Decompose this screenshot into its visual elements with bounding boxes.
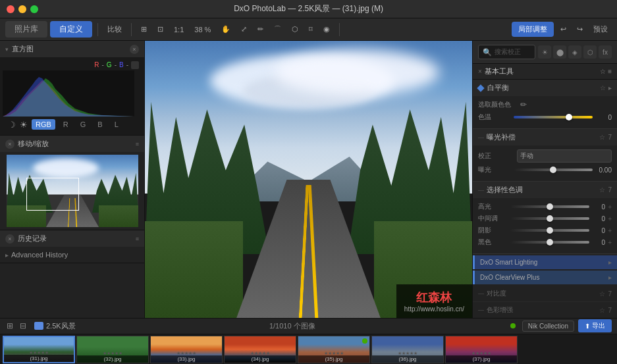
- tab-library[interactable]: 照片库: [5, 21, 47, 38]
- filmstrip-folder-button[interactable]: 2.5K风景: [32, 320, 78, 332]
- midtone-thumb[interactable]: [547, 215, 553, 222]
- midtone-plus[interactable]: +: [608, 215, 612, 222]
- straighten-button[interactable]: ⤢: [237, 23, 251, 36]
- histogram-close-button[interactable]: ×: [130, 45, 139, 54]
- local-adjust-button[interactable]: 局部调整: [512, 22, 554, 37]
- tab-customize[interactable]: 自定义: [50, 21, 92, 38]
- fx-icon[interactable]: fx: [599, 45, 612, 59]
- geometry-icon[interactable]: ⬡: [583, 45, 597, 59]
- crop-button[interactable]: ⊡: [153, 23, 167, 36]
- eyedropper-icon[interactable]: ✏: [520, 100, 527, 109]
- detail-icon[interactable]: ◈: [568, 45, 581, 59]
- view-mode-button[interactable]: ⊞: [137, 23, 151, 36]
- black-plus[interactable]: +: [608, 239, 612, 246]
- film-thumb-31[interactable]: ★★★★★ (31).jpg: [3, 336, 75, 363]
- temp-slider-thumb[interactable]: [566, 114, 572, 120]
- color-enhance-num[interactable]: 7: [608, 307, 612, 314]
- close-button[interactable]: [7, 5, 14, 13]
- wb-arrow-icon[interactable]: ▸: [608, 84, 612, 91]
- history-close[interactable]: ×: [5, 234, 14, 244]
- g-button[interactable]: G: [76, 119, 90, 130]
- edit-button[interactable]: ✏: [254, 23, 267, 36]
- filmstrip-grid-button[interactable]: ⊞: [5, 320, 14, 332]
- contrast-section[interactable]: --- 对比度 ☆ 7: [473, 286, 617, 302]
- sc-header[interactable]: --- 选择性色调 ☆ 7: [473, 182, 617, 198]
- wb-star-icon[interactable]: ☆: [600, 84, 606, 91]
- film-thumb-36[interactable]: ★★★★★ (36).jpg: [371, 336, 444, 363]
- path-button[interactable]: ⌒: [270, 22, 285, 36]
- highlight-slider[interactable]: [510, 205, 589, 208]
- film-thumb-32[interactable]: ★★★★★ (32).jpg: [76, 336, 149, 363]
- shadow-thumb[interactable]: [547, 227, 553, 234]
- exposure-thumb[interactable]: [550, 167, 556, 173]
- zoom-percent-button[interactable]: 38 %: [190, 24, 215, 36]
- color-enhance-section[interactable]: --- 色彩增强 ☆ 7: [473, 302, 617, 318]
- brush-button[interactable]: ⌑: [305, 23, 317, 36]
- contrast-num[interactable]: 7: [608, 290, 612, 298]
- clear-view-arrow: ▸: [608, 274, 612, 281]
- clear-view-section[interactable]: DxO ClearView Plus ▸: [473, 271, 617, 284]
- right-panel-scrollable[interactable]: 白平衡 ☆ ▸ 选取颜色色 ✏ 色温: [473, 80, 617, 318]
- hand-tool-button[interactable]: ✋: [217, 23, 234, 36]
- menu-icon[interactable]: ≡: [608, 68, 612, 75]
- zoom-1to1-button[interactable]: 1:1: [170, 24, 188, 36]
- shadow-plus[interactable]: +: [608, 227, 612, 234]
- window-controls[interactable]: [7, 5, 38, 13]
- filmstrip-filter-button[interactable]: ⊟: [18, 320, 28, 332]
- smart-lighting-arrow: ▸: [608, 259, 612, 266]
- panel-close-icon[interactable]: ×: [478, 68, 482, 75]
- histogram-header[interactable]: ▾ 直方图 ×: [0, 41, 144, 57]
- exp-icons: ☆ 7: [599, 134, 612, 141]
- l-button[interactable]: L: [111, 119, 122, 130]
- temp-slider[interactable]: [514, 116, 593, 118]
- nik-collection-button[interactable]: Nik Collection: [522, 321, 574, 332]
- redo-button[interactable]: ↪: [573, 23, 587, 36]
- minimize-button[interactable]: [18, 5, 26, 13]
- sc-num-icon[interactable]: 7: [608, 186, 612, 194]
- presets-button[interactable]: 预设: [589, 22, 612, 36]
- compare-button[interactable]: 比较: [103, 22, 126, 36]
- search-box[interactable]: 🔍 搜索校正: [478, 45, 535, 59]
- rgb-button[interactable]: RGB: [32, 119, 55, 130]
- r-button[interactable]: R: [59, 119, 72, 130]
- export-button[interactable]: ⬆ 导出: [578, 319, 612, 332]
- film-thumb-35[interactable]: ★★★★★ (35).jpg: [298, 336, 370, 363]
- maximize-button[interactable]: [30, 5, 38, 13]
- exp-star-icon[interactable]: ☆: [599, 134, 605, 141]
- histogram-section: ▾ 直方图 × R - G - B -: [0, 41, 144, 136]
- mini-preview-overlay[interactable]: [26, 178, 79, 211]
- move-zoom-close[interactable]: ×: [5, 140, 14, 149]
- contrast-star[interactable]: ☆: [599, 290, 605, 298]
- smart-lighting-section[interactable]: DxO Smart Lighting ▸: [473, 255, 617, 269]
- star-icon[interactable]: ☆: [600, 68, 606, 75]
- eye-button[interactable]: ◉: [319, 23, 334, 36]
- color-adjust-icon[interactable]: ⬤: [553, 45, 566, 59]
- shadow-slider[interactable]: [510, 229, 589, 232]
- highlight-plus[interactable]: +: [608, 203, 612, 211]
- color-enhance-star[interactable]: ☆: [599, 307, 605, 314]
- highlight-thumb[interactable]: [547, 203, 553, 210]
- exp-header[interactable]: --- 曝光补偿 ☆ 7: [473, 129, 617, 145]
- exp-num-icon[interactable]: 7: [608, 134, 612, 141]
- move-zoom-header[interactable]: × 移动/缩放 ≡: [0, 136, 144, 152]
- undo-button[interactable]: ↩: [556, 23, 570, 36]
- film-thumb-37[interactable]: ★★★★★ (37).jpg: [445, 336, 518, 363]
- wb-header[interactable]: 白平衡 ☆ ▸: [473, 80, 617, 96]
- sun-adjust-icon[interactable]: ☀: [538, 45, 551, 59]
- black-thumb[interactable]: [547, 239, 553, 246]
- search-placeholder: 搜索校正: [495, 47, 521, 57]
- sc-star-icon[interactable]: ☆: [599, 186, 605, 194]
- selective-color-section: --- 选择性色调 ☆ 7 高光 0 +: [473, 182, 617, 254]
- midtone-slider[interactable]: [510, 217, 589, 220]
- highlight-label: 高光: [478, 202, 508, 211]
- black-slider[interactable]: [510, 241, 589, 244]
- history-header[interactable]: × 历史记录 ≡: [0, 230, 144, 247]
- calibrate-select[interactable]: 手动: [517, 149, 612, 163]
- histogram-channels: R - G - B -: [3, 60, 142, 70]
- b-button[interactable]: B: [94, 119, 106, 130]
- film-thumb-33[interactable]: ★★★★★ (33).jpg: [150, 336, 223, 363]
- exposure-slider[interactable]: [514, 169, 593, 171]
- color-enhance-left: --- 色彩增强: [478, 305, 513, 315]
- film-thumb-34[interactable]: ★★★★★ (34).jpg: [224, 336, 296, 363]
- mask-button[interactable]: ⬡: [288, 23, 302, 36]
